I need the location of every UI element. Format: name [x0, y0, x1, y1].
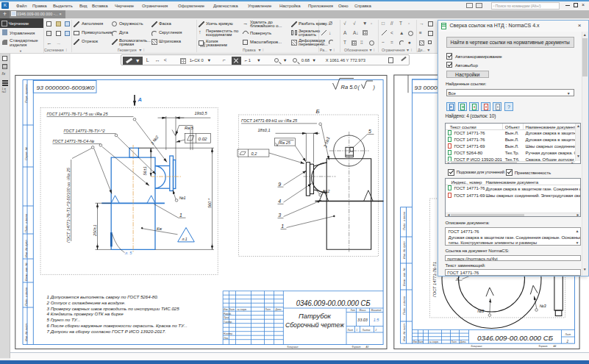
svg-text:Подп. и дата: Подп. и дата — [24, 213, 27, 232]
svg-text:Взам. инв. №: Взам. инв. № — [24, 263, 27, 281]
svg-text:№2: №2 — [323, 189, 330, 193]
svg-text:Перв. примен.: Перв. примен. — [24, 83, 27, 103]
svg-text:0346.009-00.00.000 СБ: 0346.009-00.00.000 СБ — [296, 299, 370, 307]
svg-text:Инв. № подл.: Инв. № подл. — [402, 323, 406, 341]
svg-text:4 Клеймить проверку ОТК на би: 4 Клеймить проверку ОТК на бирке — [46, 311, 124, 316]
svg-text:1: 1 — [179, 213, 182, 218]
svg-text:Разраб.: Разраб. — [224, 313, 232, 315]
svg-text:2: 2 — [565, 340, 568, 343]
svg-text:): ) — [372, 85, 374, 90]
svg-text:250±1: 250±1 — [93, 224, 97, 237]
svg-text:Дата: Дата — [459, 340, 465, 343]
svg-text:Изм Лист: Изм Лист — [413, 340, 424, 343]
svg-text:33.03: 33.03 — [357, 318, 368, 322]
svg-text:0346.009-00.00.000 СБ: 0346.009-00.00.000 СБ — [477, 334, 553, 342]
svg-text:3 Проверку сварных швов прово: 3 Проверку сварных швов проводить по инс… — [46, 306, 179, 311]
svg-text:Дата: Дата — [274, 308, 281, 311]
svg-text:л.1: л.1 — [181, 237, 187, 241]
svg-text:Подп.: Подп. — [451, 340, 457, 343]
svg-text:Справ. №: Справ. № — [24, 146, 27, 160]
svg-text:А3: А3 — [365, 346, 368, 349]
svg-text:Утв.: Утв. — [224, 337, 229, 340]
svg-text:Формат: Формат — [538, 345, 547, 348]
svg-text:Ra 5.0: Ra 5.0 — [340, 84, 357, 90]
svg-text:1 Допускается выполнять сварк: 1 Допускается выполнять сварку по ГОСТ 5… — [46, 294, 158, 299]
svg-text:№ докум.: № докум. — [429, 340, 438, 343]
svg-text:1:5: 1:5 — [373, 318, 379, 322]
svg-text:Кж: Кж — [157, 226, 163, 231]
svg-text:Б: Б — [315, 108, 319, 115]
svg-text:5 Грунт по ТУ...: 5 Грунт по ТУ... — [46, 317, 80, 322]
svg-text:Ra 5: Ra 5 — [185, 126, 194, 130]
svg-text:Изм. Лист: Изм. Лист — [224, 308, 235, 311]
svg-text:19±0,5: 19±0,5 — [194, 111, 207, 115]
svg-text:Патрубок: Патрубок — [299, 313, 332, 320]
svg-text:Копировал: Копировал — [471, 345, 482, 348]
svg-text:Подп. и дата: Подп. и дата — [402, 296, 406, 315]
svg-text:Формат: Формат — [351, 346, 360, 349]
svg-text:Копировал: Копировал — [287, 346, 298, 349]
svg-text:5: 5 — [368, 129, 371, 134]
svg-text:Инв. № дубл.: Инв. № дубл. — [402, 240, 406, 259]
svg-text:л. 5: л. 5 — [124, 251, 132, 255]
svg-text:0.02: 0.02 — [198, 136, 207, 141]
svg-text:Ra 25: Ra 25 — [279, 140, 291, 145]
svg-text:Листов: Листов — [361, 329, 370, 332]
svg-text:Лит.: Лит. — [349, 309, 355, 312]
svg-text:ГОСТ 14771-76-Т1-^3-50/100 uu: ГОСТ 14771-76-Т1-^3-50/100 uu √Ra 25 — [66, 167, 71, 243]
svg-text:Инв. № подл.: Инв. № подл. — [24, 323, 27, 341]
svg-text:ГОСТ 14771-76-ТУ-^2: ГОСТ 14771-76-ТУ-^2 — [63, 129, 105, 133]
svg-text:2: 2 — [374, 329, 376, 332]
svg-text:ГОСТ 14771-69-Н1 uu √Ra 25: ГОСТ 14771-69-Н1 uu √Ra 25 — [241, 118, 298, 123]
svg-text:Сборочный чертеж: Сборочный чертеж — [285, 321, 345, 329]
svg-text:18±0,1: 18±0,1 — [257, 128, 270, 132]
svg-text:2 Отпуск с охлаждением на воз: 2 Отпуск с охлаждением на воздухе. — [46, 300, 125, 305]
svg-text:Н.контр.: Н.контр. — [224, 332, 233, 335]
svg-text:Лист: Лист — [346, 329, 353, 332]
svg-text:Масса: Масса — [359, 309, 365, 312]
svg-text:Подп. и дата: Подп. и дата — [402, 211, 406, 230]
svg-text:Лист: Лист — [564, 333, 571, 336]
svg-text:Подп. и дата: Подп. и дата — [24, 287, 27, 306]
svg-text:7 Допуски на сборку согласно: 7 Допуски на сборку согласно ГОСТ Р ИСО … — [46, 329, 165, 334]
svg-text:6 После сборки наружные повер: 6 После сборки наружные поверхности окра… — [46, 323, 187, 328]
svg-text:Масштаб: Масштаб — [371, 309, 381, 312]
svg-text:№3: №3 — [539, 304, 546, 308]
svg-text:Взам. инв. №: Взам. инв. № — [402, 268, 406, 286]
svg-text:№ докум.: № докум. — [237, 308, 246, 311]
svg-text:№1: №1 — [179, 196, 185, 200]
svg-text:№3: №3 — [477, 309, 485, 313]
svg-text:560 *: 560 * — [207, 198, 212, 208]
svg-text:9: 9 — [278, 182, 281, 187]
svg-text:А4: А4 — [552, 345, 556, 348]
svg-text:Пров.: Пров. — [224, 316, 229, 319]
svg-text:А: А — [137, 96, 141, 103]
svg-text:Т.контр.: Т.контр. — [224, 321, 232, 324]
svg-text:1: 1 — [281, 224, 284, 229]
svg-text:ГОСТ 14771-76-Т1: ГОСТ 14771-76-Т1 — [432, 262, 436, 297]
svg-text:Инв. № дубл.: Инв. № дубл. — [24, 239, 27, 257]
svg-text:93 0000000-6009Ж0: 93 0000000-6009Ж0 — [36, 85, 95, 91]
svg-text:3: 3 — [278, 213, 281, 218]
svg-text:Подп.: Подп. — [265, 308, 271, 311]
svg-text:0,2: 0,2 — [251, 151, 257, 156]
svg-text:56±1: 56±1 — [143, 166, 147, 175]
svg-text:ГОСТ 14771-76-Т1-^5 uu √Ra 25: ГОСТ 14771-76-Т1-^5 uu √Ra 25 — [46, 112, 108, 116]
svg-text:4: 4 — [278, 199, 281, 204]
svg-text:ГОСТ 14771-76-С4-№: ГОСТ 14771-76-С4-№ — [52, 139, 94, 143]
